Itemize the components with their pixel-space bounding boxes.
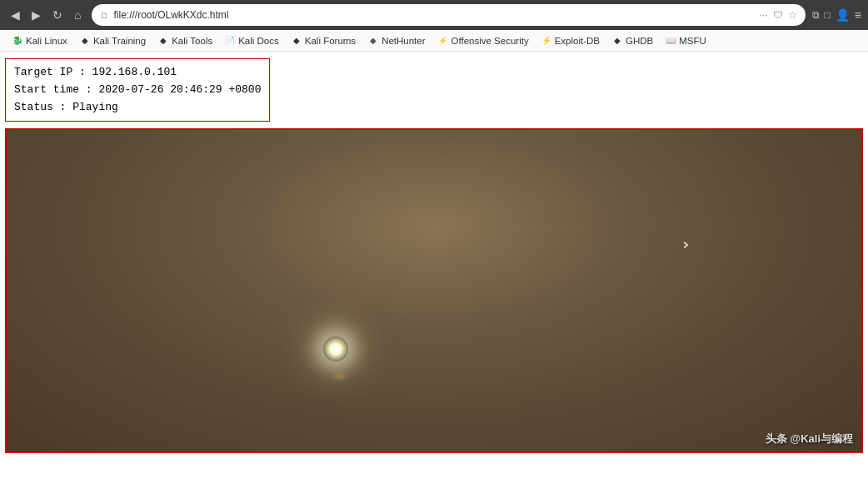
bookmark-exploit-db[interactable]: ⚡ Exploit-DB — [536, 33, 605, 48]
video-background — [7, 130, 861, 452]
bookmark-kali-forums[interactable]: ◆ Kali Forums — [286, 33, 361, 48]
video-area: 头条 @Kali与编程 — [5, 128, 863, 453]
bookmarks-bar: 🐉 Kali Linux ◆ Kali Training ◆ Kali Tool… — [0, 30, 868, 52]
bookmark-kali-docs-label: Kali Docs — [238, 36, 279, 46]
bookmark-ghdb[interactable]: ◆ GHDB — [606, 33, 658, 48]
bookmark-nethunter-label: NetHunter — [382, 36, 425, 46]
page-icon: 🗋 — [100, 11, 108, 20]
bookmark-msfu[interactable]: 📖 MSFU — [660, 33, 711, 48]
kali-tools-icon: ◆ — [157, 35, 169, 47]
home-button[interactable]: ⌂ — [70, 7, 85, 23]
offensive-security-icon: ⚡ — [437, 35, 449, 47]
reload-button[interactable]: ↻ — [48, 7, 67, 23]
kali-linux-icon: 🐉 — [12, 35, 23, 47]
bookmark-kali-docs[interactable]: 📄 Kali Docs — [219, 33, 284, 48]
address-bar[interactable] — [113, 9, 754, 21]
dots-icon[interactable]: ··· — [760, 9, 768, 21]
bookmark-offensive-security-label: Offensive Security — [451, 36, 529, 46]
msfu-icon: 📖 — [665, 35, 676, 47]
kali-docs-icon: 📄 — [224, 35, 236, 47]
watermark: 头条 @Kali与编程 — [766, 432, 853, 447]
shield-icon: 🛡 — [773, 9, 783, 21]
bookmark-msfu-label: MSFU — [679, 36, 706, 46]
address-bar-actions: ··· 🛡 ☆ — [760, 9, 797, 21]
info-box: Target IP : 192.168.0.101 Start time : 2… — [5, 58, 270, 122]
info-line-3: Status : Playing — [14, 99, 261, 117]
forward-button[interactable]: ▶ — [27, 7, 45, 23]
window-icon[interactable]: □ — [825, 9, 831, 21]
bookmark-kali-training[interactable]: ◆ Kali Training — [74, 33, 151, 48]
info-line-2: Start time : 2020-07-26 20:46:29 +0800 — [14, 82, 261, 99]
star-icon[interactable]: ☆ — [788, 9, 797, 21]
address-bar-container[interactable]: 🗋 ··· 🛡 ☆ — [92, 4, 805, 26]
bookmark-kali-forums-label: Kali Forums — [305, 36, 356, 46]
tabs-icon[interactable]: ⧉ — [812, 9, 820, 21]
nav-buttons: ◀ ▶ ↻ ⌂ — [7, 7, 85, 23]
bookmark-kali-linux[interactable]: 🐉 Kali Linux — [7, 33, 72, 48]
bookmark-ghdb-label: GHDB — [626, 36, 653, 46]
bookmark-kali-linux-label: Kali Linux — [26, 36, 67, 46]
profile-icon[interactable]: 👤 — [836, 8, 850, 22]
bookmark-offensive-security[interactable]: ⚡ Offensive Security — [432, 33, 534, 48]
title-bar: ◀ ▶ ↻ ⌂ 🗋 ··· 🛡 ☆ ⧉ □ 👤 ≡ — [0, 0, 868, 30]
back-button[interactable]: ◀ — [7, 7, 24, 23]
bookmark-kali-tools[interactable]: ◆ Kali Tools — [152, 33, 217, 48]
bookmark-kali-training-label: Kali Training — [93, 36, 146, 46]
kali-training-icon: ◆ — [79, 35, 91, 47]
bookmark-nethunter[interactable]: ◆ NetHunter — [362, 33, 430, 48]
info-line-1: Target IP : 192.168.0.101 — [14, 64, 261, 82]
bookmark-exploit-db-label: Exploit-DB — [555, 36, 600, 46]
browser-chrome: ◀ ▶ ↻ ⌂ 🗋 ··· 🛡 ☆ ⧉ □ 👤 ≡ 🐉 Kali Linux — [0, 0, 868, 52]
page-content: Target IP : 192.168.0.101 Start time : 2… — [0, 52, 868, 504]
nethunter-icon: ◆ — [367, 35, 379, 47]
ghdb-icon: ◆ — [611, 35, 623, 47]
menu-icon[interactable]: ≡ — [855, 8, 861, 22]
exploit-db-icon: ⚡ — [541, 35, 552, 47]
kali-forums-icon: ◆ — [291, 35, 302, 47]
bookmark-kali-tools-label: Kali Tools — [172, 36, 212, 46]
browser-actions: ⧉ □ 👤 ≡ — [812, 8, 861, 22]
light-orb — [323, 337, 348, 362]
